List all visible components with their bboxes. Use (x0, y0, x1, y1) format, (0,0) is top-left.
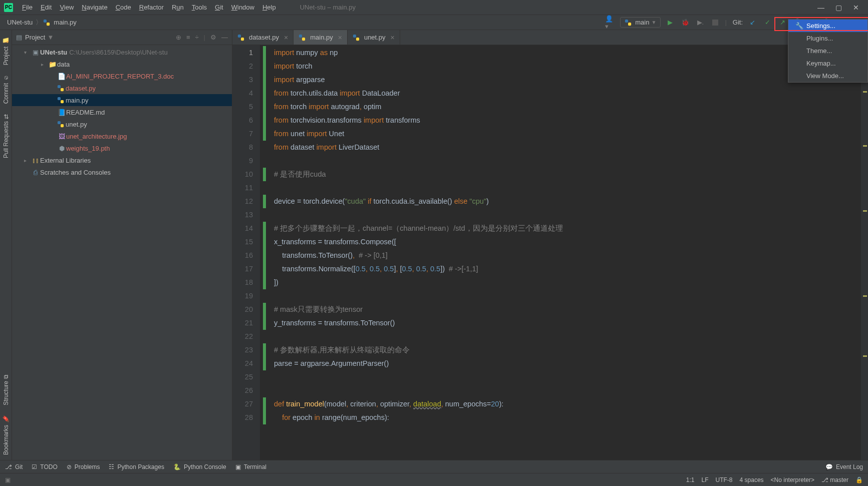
tool-python-packages[interactable]: ☷Python Packages (109, 463, 164, 470)
tool-git[interactable]: ⎇Git (5, 463, 23, 470)
tree-item[interactable]: unet.py (12, 118, 232, 130)
gutter-tab-project[interactable]: Project 📁 (2, 32, 11, 70)
tool-window-icon[interactable]: ▣ (5, 476, 11, 483)
tree-item[interactable]: 📘README.md (12, 106, 232, 118)
git-update-icon[interactable]: ↙ (747, 17, 758, 28)
chevron-right-icon[interactable]: ▸ (41, 62, 48, 67)
menu-run[interactable]: Run (168, 2, 188, 13)
tool-problems[interactable]: ⊘Problems (67, 463, 100, 470)
breadcrumb-separator: 〉 (35, 18, 43, 27)
status-interpreter[interactable]: <No interpreter> (771, 476, 814, 483)
status-git-branch[interactable]: ⎇ master (821, 476, 848, 483)
git-label: Git: (733, 19, 743, 26)
hide-icon[interactable]: — (221, 34, 228, 41)
img-icon: 🖼 (57, 133, 66, 140)
app-logo-icon: PC (4, 3, 13, 12)
menu-view[interactable]: View (56, 2, 78, 13)
svg-rect-11 (241, 38, 244, 41)
add-user-icon[interactable]: 👤▾ (605, 17, 616, 28)
tree-item-label: dataset.py (66, 85, 96, 92)
close-tab-icon[interactable]: × (284, 34, 288, 42)
tree-item[interactable]: 📄AI_MINI_PROJECT_REPORT_3.doc (12, 70, 232, 82)
chevron-down-icon[interactable]: ▼ (47, 34, 54, 41)
project-panel-title[interactable]: Project (25, 34, 45, 41)
status-encoding[interactable]: UTF-8 (716, 476, 733, 483)
tree-item[interactable]: ⬢weights_19.pth (12, 142, 232, 154)
library-icon: ⫿⫿ (31, 157, 40, 164)
run-button[interactable]: ▶ (665, 17, 676, 28)
close-tab-icon[interactable]: × (338, 34, 342, 42)
status-caret-position[interactable]: 1:1 (686, 476, 695, 483)
breadcrumb-file[interactable]: main.py (52, 18, 79, 27)
code-editor[interactable]: import numpy as npimport torchimport arg… (260, 45, 861, 460)
minimize-icon[interactable]: — (817, 4, 824, 12)
menu-help[interactable]: Help (258, 2, 280, 13)
menu-window[interactable]: Window (227, 2, 258, 13)
close-icon[interactable]: ✕ (853, 4, 859, 12)
run-config-selector[interactable]: main ▼ (620, 17, 661, 28)
tree-item[interactable]: dataset.py (12, 82, 232, 94)
python-icon (625, 19, 632, 26)
git-commit-icon[interactable]: ✓ (762, 17, 773, 28)
menu-edit[interactable]: Edit (37, 2, 56, 13)
stop-button[interactable] (710, 17, 721, 28)
svg-rect-15 (356, 38, 359, 41)
collapse-icon[interactable]: ÷ (195, 34, 198, 41)
tree-item[interactable]: main.py (12, 94, 232, 106)
tool-todo[interactable]: ☑TODO (32, 463, 57, 470)
context-menu-item[interactable]: Plugins... (788, 32, 867, 45)
status-line-separator[interactable]: LF (702, 476, 709, 483)
tree-item[interactable]: 🖼unet_architecture.jpg (12, 130, 232, 142)
separator: | (204, 34, 205, 41)
gutter-tab-commit[interactable]: Commit ⎋ (2, 70, 11, 109)
tree-scratches[interactable]: ⎙ Scratches and Consoles (12, 166, 232, 178)
gear-icon[interactable]: ⚙ (210, 34, 216, 41)
context-menu-item[interactable]: Theme... (788, 45, 867, 57)
editor-tab[interactable]: main.py× (294, 30, 348, 45)
debug-button[interactable]: 🐞 (680, 17, 691, 28)
status-indent[interactable]: 4 spaces (740, 476, 764, 483)
python-file-icon (57, 97, 64, 104)
context-menu-item[interactable]: Keymap... (788, 57, 867, 70)
status-lock-icon[interactable]: 🔒 (855, 476, 863, 483)
context-menu-item[interactable]: 🔧Settings... (788, 20, 867, 32)
svg-rect-10 (238, 34, 241, 37)
tool-event-log[interactable]: 💬Event Log (825, 463, 863, 470)
menu-refactor[interactable]: Refactor (135, 2, 168, 13)
menu-git[interactable]: Git (211, 2, 227, 13)
menu-code[interactable]: Code (112, 2, 135, 13)
gutter-tab-structure[interactable]: Structure ⧉ (2, 369, 11, 410)
gutter-tab-bookmarks[interactable]: Bookmarks 🔖 (2, 410, 11, 460)
svg-rect-6 (58, 97, 61, 100)
editor-tab[interactable]: unet.py× (348, 30, 400, 45)
tool-terminal[interactable]: ▣Terminal (235, 463, 266, 470)
context-menu-item[interactable]: View Mode... (788, 70, 867, 82)
breadcrumb-project[interactable]: UNet-stu (5, 18, 35, 27)
menu-navigate[interactable]: Navigate (78, 2, 111, 13)
tree-root[interactable]: ▾ ▣ UNet-stu C:\Users\86159\Desktop\UNet… (12, 46, 232, 58)
menu-tools[interactable]: Tools (188, 2, 211, 13)
chevron-right-icon[interactable]: ▸ (24, 158, 31, 163)
svg-rect-12 (299, 34, 302, 37)
expand-icon[interactable]: ≡ (186, 34, 190, 41)
editor-tab[interactable]: dataset.py× (232, 30, 294, 45)
gutter-tab-pull-requests[interactable]: Pull Requests ⇄ (2, 109, 11, 163)
close-tab-icon[interactable]: × (391, 34, 395, 42)
window-title: UNet-stu – main.py (300, 4, 356, 11)
chevron-down-icon[interactable]: ▾ (24, 50, 31, 55)
bin-icon: ⬢ (57, 145, 66, 152)
tree-item[interactable]: ▸📁data (12, 58, 232, 70)
run-coverage-button[interactable]: ▶. (695, 17, 706, 28)
tab-label: unet.py (364, 34, 386, 41)
context-menu-label: Plugins... (806, 35, 833, 42)
tool-python-console[interactable]: 🐍Python Console (173, 463, 226, 470)
locate-icon[interactable]: ⊕ (176, 34, 181, 41)
error-stripe[interactable] (861, 45, 868, 460)
settings-context-menu: 🔧Settings...Plugins...Theme...Keymap...V… (788, 19, 868, 83)
maximize-icon[interactable]: ▢ (835, 4, 842, 12)
tree-external-libraries[interactable]: ▸ ⫿⫿ External Libraries (12, 154, 232, 166)
tree-root-label: UNet-stu (40, 49, 67, 56)
git-push-icon[interactable]: ↗ (777, 17, 788, 28)
svg-rect-7 (61, 100, 64, 103)
menu-file[interactable]: File (18, 2, 37, 13)
